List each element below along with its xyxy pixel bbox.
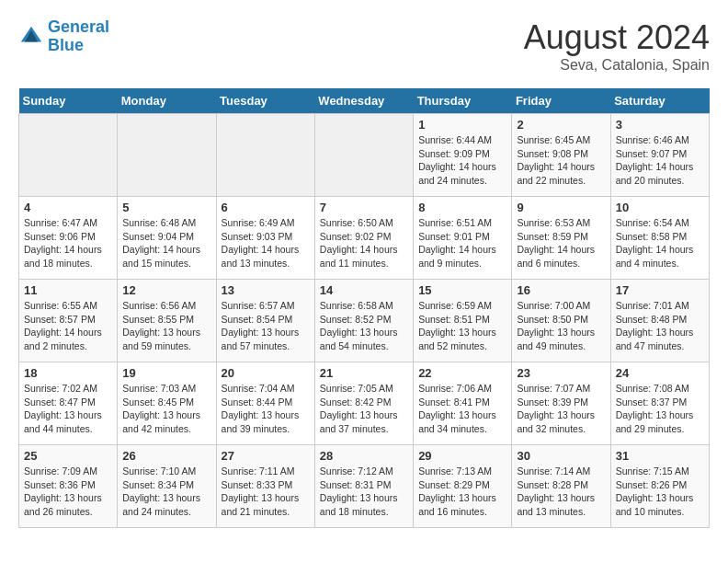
day-info: Sunrise: 6:53 AMSunset: 8:59 PMDaylight:… xyxy=(517,216,605,270)
weekday-header-monday: Monday xyxy=(118,88,216,114)
day-info: Sunrise: 6:56 AMSunset: 8:55 PMDaylight:… xyxy=(122,299,210,353)
day-number: 27 xyxy=(222,449,310,463)
day-number: 24 xyxy=(616,366,704,380)
day-info: Sunrise: 6:59 AMSunset: 8:51 PMDaylight:… xyxy=(418,299,506,353)
calendar-cell: 21Sunrise: 7:05 AMSunset: 8:42 PMDayligh… xyxy=(314,362,413,445)
calendar-cell: 6Sunrise: 6:49 AMSunset: 9:03 PMDaylight… xyxy=(216,197,314,280)
weekday-header-sunday: Sunday xyxy=(19,88,118,114)
calendar-cell: 27Sunrise: 7:11 AMSunset: 8:33 PMDayligh… xyxy=(216,445,314,528)
day-info: Sunrise: 7:15 AMSunset: 8:26 PMDaylight:… xyxy=(616,465,704,519)
day-number: 23 xyxy=(517,366,605,380)
day-info: Sunrise: 6:45 AMSunset: 9:08 PMDaylight:… xyxy=(517,133,605,188)
day-number: 28 xyxy=(320,449,408,463)
day-info: Sunrise: 7:09 AMSunset: 8:36 PMDaylight:… xyxy=(24,465,112,519)
logo-line2: Blue xyxy=(48,36,84,54)
day-number: 11 xyxy=(24,283,112,297)
logo-line1: General xyxy=(48,17,109,36)
day-info: Sunrise: 7:02 AMSunset: 8:47 PMDaylight:… xyxy=(24,382,112,436)
calendar-cell: 29Sunrise: 7:13 AMSunset: 8:29 PMDayligh… xyxy=(414,445,512,528)
day-info: Sunrise: 7:05 AMSunset: 8:42 PMDaylight:… xyxy=(320,382,408,436)
day-number: 19 xyxy=(122,366,210,380)
calendar-cell: 11Sunrise: 6:55 AMSunset: 8:57 PMDayligh… xyxy=(19,280,118,362)
week-row-2: 4Sunrise: 6:47 AMSunset: 9:06 PMDaylight… xyxy=(19,197,710,280)
calendar-cell: 10Sunrise: 6:54 AMSunset: 8:58 PMDayligh… xyxy=(610,197,709,280)
day-info: Sunrise: 6:50 AMSunset: 9:02 PMDaylight:… xyxy=(320,216,408,270)
calendar-cell: 17Sunrise: 7:01 AMSunset: 8:48 PMDayligh… xyxy=(610,280,709,362)
calendar-cell: 20Sunrise: 7:04 AMSunset: 8:44 PMDayligh… xyxy=(216,362,314,445)
day-number: 31 xyxy=(616,449,704,463)
calendar-cell: 14Sunrise: 6:58 AMSunset: 8:52 PMDayligh… xyxy=(314,280,413,362)
day-info: Sunrise: 6:54 AMSunset: 8:58 PMDaylight:… xyxy=(616,216,704,270)
day-number: 26 xyxy=(122,449,210,463)
week-row-5: 25Sunrise: 7:09 AMSunset: 8:36 PMDayligh… xyxy=(19,445,710,528)
calendar-cell: 13Sunrise: 6:57 AMSunset: 8:54 PMDayligh… xyxy=(216,280,314,362)
day-number: 22 xyxy=(418,366,506,380)
calendar-cell: 5Sunrise: 6:48 AMSunset: 9:04 PMDaylight… xyxy=(118,197,216,280)
week-row-1: 1Sunrise: 6:44 AMSunset: 9:09 PMDaylight… xyxy=(19,114,710,197)
day-number: 9 xyxy=(517,201,605,214)
calendar-cell: 22Sunrise: 7:06 AMSunset: 8:41 PMDayligh… xyxy=(414,362,512,445)
calendar-cell: 12Sunrise: 6:56 AMSunset: 8:55 PMDayligh… xyxy=(118,280,216,362)
week-row-3: 11Sunrise: 6:55 AMSunset: 8:57 PMDayligh… xyxy=(19,280,710,362)
weekday-header-row: SundayMondayTuesdayWednesdayThursdayFrid… xyxy=(19,88,710,114)
day-number: 5 xyxy=(122,201,210,214)
day-number: 2 xyxy=(517,118,605,132)
calendar-cell xyxy=(118,114,216,197)
calendar-cell: 3Sunrise: 6:46 AMSunset: 9:07 PMDaylight… xyxy=(610,114,709,197)
calendar-cell: 4Sunrise: 6:47 AMSunset: 9:06 PMDaylight… xyxy=(19,197,118,280)
day-number: 29 xyxy=(418,449,506,463)
day-number: 16 xyxy=(517,283,605,297)
calendar-cell xyxy=(19,114,118,197)
logo: General Blue xyxy=(18,18,109,55)
weekday-header-thursday: Thursday xyxy=(414,88,512,114)
day-info: Sunrise: 7:07 AMSunset: 8:39 PMDaylight:… xyxy=(517,382,605,436)
calendar-cell: 7Sunrise: 6:50 AMSunset: 9:02 PMDaylight… xyxy=(314,197,413,280)
day-number: 20 xyxy=(222,366,310,380)
day-info: Sunrise: 7:13 AMSunset: 8:29 PMDaylight:… xyxy=(418,465,506,519)
day-number: 6 xyxy=(222,201,310,214)
calendar-cell: 24Sunrise: 7:08 AMSunset: 8:37 PMDayligh… xyxy=(610,362,709,445)
calendar-cell: 9Sunrise: 6:53 AMSunset: 8:59 PMDaylight… xyxy=(512,197,610,280)
day-number: 7 xyxy=(320,201,408,214)
day-info: Sunrise: 7:06 AMSunset: 8:41 PMDaylight:… xyxy=(418,382,506,436)
header: General Blue August 2024 Seva, Catalonia… xyxy=(18,18,710,74)
calendar-cell: 18Sunrise: 7:02 AMSunset: 8:47 PMDayligh… xyxy=(19,362,118,445)
weekday-header-wednesday: Wednesday xyxy=(314,88,413,114)
day-number: 10 xyxy=(616,201,704,214)
day-info: Sunrise: 6:55 AMSunset: 8:57 PMDaylight:… xyxy=(24,299,112,353)
day-info: Sunrise: 6:58 AMSunset: 8:52 PMDaylight:… xyxy=(320,299,408,353)
day-info: Sunrise: 7:12 AMSunset: 8:31 PMDaylight:… xyxy=(320,465,408,519)
day-info: Sunrise: 7:10 AMSunset: 8:34 PMDaylight:… xyxy=(122,465,210,519)
day-info: Sunrise: 7:03 AMSunset: 8:45 PMDaylight:… xyxy=(122,382,210,436)
page-subtitle: Seva, Catalonia, Spain xyxy=(524,57,710,74)
calendar-cell: 28Sunrise: 7:12 AMSunset: 8:31 PMDayligh… xyxy=(314,445,413,528)
day-number: 14 xyxy=(320,283,408,297)
day-info: Sunrise: 6:51 AMSunset: 9:01 PMDaylight:… xyxy=(418,216,506,270)
day-info: Sunrise: 7:11 AMSunset: 8:33 PMDaylight:… xyxy=(222,465,310,519)
day-number: 4 xyxy=(24,201,112,214)
day-info: Sunrise: 6:48 AMSunset: 9:04 PMDaylight:… xyxy=(122,216,210,270)
week-row-4: 18Sunrise: 7:02 AMSunset: 8:47 PMDayligh… xyxy=(19,362,710,445)
day-info: Sunrise: 7:04 AMSunset: 8:44 PMDaylight:… xyxy=(222,382,310,436)
day-number: 3 xyxy=(616,118,704,132)
day-number: 25 xyxy=(24,449,112,463)
day-info: Sunrise: 6:49 AMSunset: 9:03 PMDaylight:… xyxy=(222,216,310,270)
day-number: 12 xyxy=(122,283,210,297)
calendar-cell: 8Sunrise: 6:51 AMSunset: 9:01 PMDaylight… xyxy=(414,197,512,280)
day-number: 30 xyxy=(517,449,605,463)
day-info: Sunrise: 7:01 AMSunset: 8:48 PMDaylight:… xyxy=(616,299,704,353)
calendar-cell: 23Sunrise: 7:07 AMSunset: 8:39 PMDayligh… xyxy=(512,362,610,445)
day-number: 18 xyxy=(24,366,112,380)
day-number: 17 xyxy=(616,283,704,297)
day-info: Sunrise: 7:00 AMSunset: 8:50 PMDaylight:… xyxy=(517,299,605,353)
weekday-header-tuesday: Tuesday xyxy=(216,88,314,114)
day-info: Sunrise: 6:47 AMSunset: 9:06 PMDaylight:… xyxy=(24,216,112,270)
logo-text: General Blue xyxy=(48,18,109,55)
day-info: Sunrise: 7:08 AMSunset: 8:37 PMDaylight:… xyxy=(616,382,704,436)
day-info: Sunrise: 7:14 AMSunset: 8:28 PMDaylight:… xyxy=(517,465,605,519)
calendar-cell: 15Sunrise: 6:59 AMSunset: 8:51 PMDayligh… xyxy=(414,280,512,362)
day-info: Sunrise: 6:57 AMSunset: 8:54 PMDaylight:… xyxy=(222,299,310,353)
calendar-cell: 30Sunrise: 7:14 AMSunset: 8:28 PMDayligh… xyxy=(512,445,610,528)
day-number: 8 xyxy=(418,201,506,214)
day-number: 1 xyxy=(418,118,506,132)
